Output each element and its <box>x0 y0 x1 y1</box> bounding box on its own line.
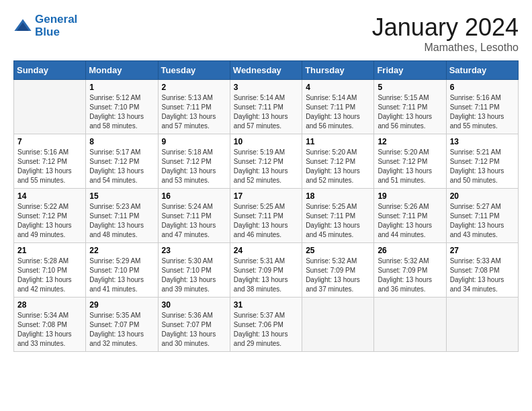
calendar-cell: 28Sunrise: 5:34 AMSunset: 7:08 PMDayligh… <box>14 298 86 352</box>
day-number: 10 <box>234 137 298 146</box>
day-info: Sunrise: 5:34 AMSunset: 7:08 PMDaylight:… <box>17 311 82 349</box>
day-number: 12 <box>378 137 442 146</box>
calendar-cell: 13Sunrise: 5:21 AMSunset: 7:12 PMDayligh… <box>446 134 518 189</box>
day-number: 3 <box>234 83 298 92</box>
day-number: 13 <box>450 137 515 146</box>
calendar-cell: 31Sunrise: 5:37 AMSunset: 7:06 PMDayligh… <box>230 298 302 352</box>
day-info: Sunrise: 5:15 AMSunset: 7:11 PMDaylight:… <box>378 93 442 131</box>
day-info: Sunrise: 5:17 AMSunset: 7:12 PMDaylight:… <box>89 148 154 185</box>
day-info: Sunrise: 5:25 AMSunset: 7:11 PMDaylight:… <box>306 202 370 240</box>
logo-text: General Blue <box>35 13 77 38</box>
calendar-cell: 5Sunrise: 5:15 AMSunset: 7:11 PMDaylight… <box>374 80 446 134</box>
calendar-cell <box>14 80 86 134</box>
day-info: Sunrise: 5:22 AMSunset: 7:12 PMDaylight:… <box>17 202 82 240</box>
calendar-cell <box>374 298 446 352</box>
calendar-cell: 6Sunrise: 5:16 AMSunset: 7:11 PMDaylight… <box>446 80 518 134</box>
day-info: Sunrise: 5:14 AMSunset: 7:11 PMDaylight:… <box>234 93 298 131</box>
weekday-header-saturday: Saturday <box>446 61 518 80</box>
day-info: Sunrise: 5:29 AMSunset: 7:10 PMDaylight:… <box>89 257 154 294</box>
title-block: January 2024 Mamathes, Lesotho <box>372 13 519 54</box>
day-info: Sunrise: 5:32 AMSunset: 7:09 PMDaylight:… <box>306 257 370 294</box>
logo-icon <box>13 17 32 36</box>
day-number: 15 <box>89 191 154 201</box>
day-info: Sunrise: 5:20 AMSunset: 7:12 PMDaylight:… <box>378 148 442 185</box>
day-number: 27 <box>450 246 515 255</box>
month-title: January 2024 <box>372 13 519 42</box>
day-number: 22 <box>89 246 154 255</box>
day-info: Sunrise: 5:31 AMSunset: 7:09 PMDaylight:… <box>234 257 298 294</box>
calendar-cell: 18Sunrise: 5:25 AMSunset: 7:11 PMDayligh… <box>302 189 374 243</box>
day-info: Sunrise: 5:19 AMSunset: 7:12 PMDaylight:… <box>234 148 298 185</box>
day-number: 19 <box>378 191 442 201</box>
calendar-cell: 19Sunrise: 5:26 AMSunset: 7:11 PMDayligh… <box>374 189 446 243</box>
weekday-header-monday: Monday <box>86 61 158 80</box>
weekday-header-sunday: Sunday <box>14 61 86 80</box>
day-info: Sunrise: 5:16 AMSunset: 7:12 PMDaylight:… <box>17 148 82 185</box>
weekday-header-wednesday: Wednesday <box>230 61 302 80</box>
day-number: 20 <box>450 191 515 201</box>
day-number: 7 <box>17 137 82 146</box>
day-info: Sunrise: 5:37 AMSunset: 7:06 PMDaylight:… <box>234 311 298 349</box>
day-number: 11 <box>306 137 370 146</box>
calendar-cell: 2Sunrise: 5:13 AMSunset: 7:11 PMDaylight… <box>158 80 230 134</box>
calendar-cell: 7Sunrise: 5:16 AMSunset: 7:12 PMDaylight… <box>14 134 86 189</box>
day-number: 1 <box>89 83 154 92</box>
day-number: 8 <box>89 137 154 146</box>
day-number: 14 <box>17 191 82 201</box>
day-info: Sunrise: 5:30 AMSunset: 7:10 PMDaylight:… <box>162 257 226 294</box>
calendar-cell: 23Sunrise: 5:30 AMSunset: 7:10 PMDayligh… <box>158 243 230 298</box>
calendar-week-row: 14Sunrise: 5:22 AMSunset: 7:12 PMDayligh… <box>14 189 519 243</box>
day-number: 16 <box>162 191 226 201</box>
day-info: Sunrise: 5:23 AMSunset: 7:11 PMDaylight:… <box>89 202 154 240</box>
day-info: Sunrise: 5:21 AMSunset: 7:12 PMDaylight:… <box>450 148 515 185</box>
weekday-header-thursday: Thursday <box>302 61 374 80</box>
calendar-cell: 10Sunrise: 5:19 AMSunset: 7:12 PMDayligh… <box>230 134 302 189</box>
day-number: 5 <box>378 83 442 92</box>
day-info: Sunrise: 5:16 AMSunset: 7:11 PMDaylight:… <box>450 93 515 131</box>
weekday-header-row: SundayMondayTuesdayWednesdayThursdayFrid… <box>14 61 519 80</box>
day-info: Sunrise: 5:26 AMSunset: 7:11 PMDaylight:… <box>378 202 442 240</box>
day-number: 9 <box>162 137 226 146</box>
day-info: Sunrise: 5:14 AMSunset: 7:11 PMDaylight:… <box>306 93 370 131</box>
day-info: Sunrise: 5:33 AMSunset: 7:08 PMDaylight:… <box>450 257 515 294</box>
day-info: Sunrise: 5:27 AMSunset: 7:11 PMDaylight:… <box>450 202 515 240</box>
logo: General Blue <box>13 13 77 38</box>
calendar-week-row: 7Sunrise: 5:16 AMSunset: 7:12 PMDaylight… <box>14 134 519 189</box>
day-info: Sunrise: 5:28 AMSunset: 7:10 PMDaylight:… <box>17 257 82 294</box>
calendar-cell: 9Sunrise: 5:18 AMSunset: 7:12 PMDaylight… <box>158 134 230 189</box>
day-number: 26 <box>378 246 442 255</box>
day-number: 24 <box>234 246 298 255</box>
day-number: 23 <box>162 246 226 255</box>
day-number: 30 <box>162 300 226 310</box>
day-number: 2 <box>162 83 226 92</box>
calendar-cell: 26Sunrise: 5:32 AMSunset: 7:09 PMDayligh… <box>374 243 446 298</box>
calendar-cell: 15Sunrise: 5:23 AMSunset: 7:11 PMDayligh… <box>86 189 158 243</box>
calendar-cell: 30Sunrise: 5:36 AMSunset: 7:07 PMDayligh… <box>158 298 230 352</box>
calendar-cell: 3Sunrise: 5:14 AMSunset: 7:11 PMDaylight… <box>230 80 302 134</box>
day-info: Sunrise: 5:35 AMSunset: 7:07 PMDaylight:… <box>89 311 154 349</box>
day-number: 4 <box>306 83 370 92</box>
calendar-cell <box>446 298 518 352</box>
day-info: Sunrise: 5:36 AMSunset: 7:07 PMDaylight:… <box>162 311 226 349</box>
page-header: General Blue January 2024 Mamathes, Leso… <box>13 13 519 54</box>
calendar-cell: 17Sunrise: 5:25 AMSunset: 7:11 PMDayligh… <box>230 189 302 243</box>
calendar-cell: 27Sunrise: 5:33 AMSunset: 7:08 PMDayligh… <box>446 243 518 298</box>
calendar-week-row: 28Sunrise: 5:34 AMSunset: 7:08 PMDayligh… <box>14 298 519 352</box>
day-info: Sunrise: 5:25 AMSunset: 7:11 PMDaylight:… <box>234 202 298 240</box>
day-number: 17 <box>234 191 298 201</box>
weekday-header-tuesday: Tuesday <box>158 61 230 80</box>
calendar-cell: 25Sunrise: 5:32 AMSunset: 7:09 PMDayligh… <box>302 243 374 298</box>
calendar-cell: 20Sunrise: 5:27 AMSunset: 7:11 PMDayligh… <box>446 189 518 243</box>
calendar-cell <box>302 298 374 352</box>
calendar-cell: 11Sunrise: 5:20 AMSunset: 7:12 PMDayligh… <box>302 134 374 189</box>
day-info: Sunrise: 5:32 AMSunset: 7:09 PMDaylight:… <box>378 257 442 294</box>
calendar-cell: 16Sunrise: 5:24 AMSunset: 7:11 PMDayligh… <box>158 189 230 243</box>
day-info: Sunrise: 5:12 AMSunset: 7:10 PMDaylight:… <box>89 93 154 131</box>
calendar-table: SundayMondayTuesdayWednesdayThursdayFrid… <box>13 60 519 352</box>
day-info: Sunrise: 5:24 AMSunset: 7:11 PMDaylight:… <box>162 202 226 240</box>
day-info: Sunrise: 5:20 AMSunset: 7:12 PMDaylight:… <box>306 148 370 185</box>
day-number: 18 <box>306 191 370 201</box>
calendar-cell: 29Sunrise: 5:35 AMSunset: 7:07 PMDayligh… <box>86 298 158 352</box>
day-number: 6 <box>450 83 515 92</box>
calendar-week-row: 1Sunrise: 5:12 AMSunset: 7:10 PMDaylight… <box>14 80 519 134</box>
